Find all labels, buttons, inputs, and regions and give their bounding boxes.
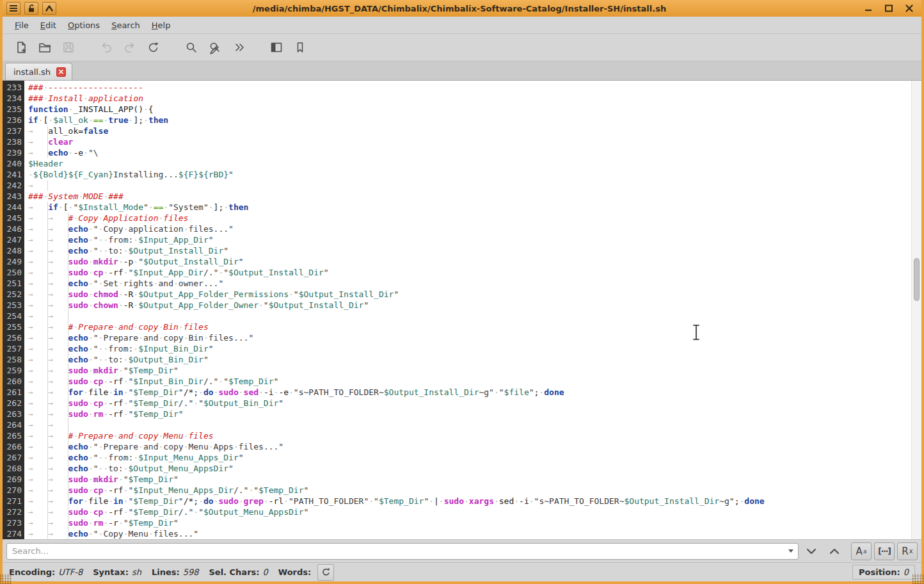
bookmark-icon[interactable]: [291, 38, 310, 57]
reload-icon[interactable]: [144, 38, 163, 57]
tab-whitespace-mark: →: [28, 234, 48, 245]
search-entry[interactable]: [6, 543, 799, 560]
redo-icon[interactable]: [120, 38, 139, 57]
code-line: 240$Header: [3, 158, 911, 169]
line-number: 259: [3, 365, 24, 376]
tab-whitespace-mark: →: [28, 354, 48, 365]
tab-whitespace-mark: →: [28, 365, 48, 376]
tab-whitespace-mark: →: [48, 278, 68, 289]
tab-whitespace-mark: →: [48, 485, 68, 496]
resize-grip-left[interactable]: [0, 574, 12, 584]
menu-options[interactable]: Options: [62, 18, 106, 33]
code-line: 237→all_ok=false: [3, 126, 911, 136]
undo-icon[interactable]: [97, 38, 116, 57]
tab-whitespace-mark: →: [28, 180, 48, 191]
resize-grip-right[interactable]: [912, 574, 924, 584]
line-number: 242: [3, 180, 24, 191]
menu-search[interactable]: Search: [106, 18, 146, 33]
tab-whitespace-mark: →: [28, 267, 48, 278]
line-number: 244: [3, 202, 24, 213]
toolbar: [3, 34, 921, 61]
line-number: 240: [3, 158, 24, 169]
tab-whitespace-mark: →: [48, 496, 68, 507]
minimize-icon[interactable]: [863, 3, 874, 14]
line-number: 256: [3, 332, 24, 343]
code-line: 250→→sudo·cp·-rf·"$Input_App_Dir/."·"$Ou…: [3, 267, 911, 278]
search-input[interactable]: [7, 546, 784, 556]
open-folder-icon[interactable]: [35, 38, 54, 57]
line-number: 268: [3, 463, 24, 474]
tab-whitespace-mark: →: [28, 528, 48, 539]
tab-whitespace-mark: →: [28, 332, 48, 343]
code-line: 256→→echo·"·Prepare·and·copy·Bin·files..…: [3, 332, 911, 343]
tab-whitespace-mark: →: [48, 387, 68, 398]
code-line: 270→→sudo·cp·-rf·"$Input_Menu_Apps_Dir/.…: [3, 485, 911, 496]
status-field: Encoding:UTF-8: [9, 567, 83, 577]
tab-whitespace-mark: →: [28, 376, 48, 387]
tab-whitespace-mark: →: [28, 245, 48, 256]
code-line: 272→→sudo·cp·-rf·"$Temp_Dir/."·"$Output_…: [3, 507, 911, 517]
word-count-refresh-icon[interactable]: [317, 564, 334, 581]
unlock-icon[interactable]: [24, 2, 38, 15]
line-number: 253: [3, 300, 24, 311]
status-bar: Encoding:UTF-8Syntax:shLines:598Sel. Cha…: [3, 562, 921, 581]
tab-whitespace-mark: →: [48, 343, 68, 354]
tab-whitespace-mark: →: [48, 289, 68, 300]
tab-install-sh[interactable]: install.sh ×: [5, 63, 72, 80]
tab-whitespace-mark: →: [48, 452, 68, 463]
tab-whitespace-mark: →: [28, 202, 48, 213]
menu-edit[interactable]: Edit: [35, 18, 62, 33]
vertical-scrollbar[interactable]: [911, 81, 921, 539]
menu-help[interactable]: Help: [146, 18, 177, 33]
search-history-dropdown-icon[interactable]: [784, 544, 798, 559]
find-next-icon[interactable]: [801, 542, 822, 560]
tab-whitespace-mark: →: [48, 332, 68, 343]
code-editor[interactable]: 233###·-------------------234###·Install…: [3, 81, 921, 539]
side-pane-icon[interactable]: [267, 38, 286, 57]
search-icon[interactable]: [182, 38, 201, 57]
code-line: 243###·System·MODE·###: [3, 191, 911, 202]
line-number: 249: [3, 256, 24, 267]
code-line: 234###·Install·application: [3, 93, 911, 104]
tab-whitespace-mark: →: [28, 321, 48, 332]
code-line: 235function·_INSTALL_APP()·{: [3, 104, 911, 115]
code-line: 259→→sudo·mkdir·"$Temp_Dir": [3, 365, 911, 376]
tab-whitespace-mark: →: [48, 474, 68, 485]
code-line: 271→→for·file·in·"$Temp_Dir"/*;·do·sudo·…: [3, 496, 911, 507]
tab-whitespace-mark: →: [48, 463, 68, 474]
tab-whitespace-mark: →: [48, 441, 68, 452]
line-number: 263: [3, 409, 24, 419]
whole-word-button[interactable]: [···]: [874, 542, 895, 560]
code-line: 251→→echo·"·Set·rights·and·owner...": [3, 278, 911, 289]
tab-label: install.sh: [13, 67, 51, 77]
caret-up-icon[interactable]: [42, 2, 56, 15]
scrollbar-thumb[interactable]: [914, 258, 920, 301]
code-line: 266→→echo·"·Prepare·and·copy·Menu·Apps·f…: [3, 441, 911, 452]
new-document-icon[interactable]: [12, 38, 31, 57]
code-line: 245→→#·Copy·Application·files: [3, 213, 911, 223]
match-case-button[interactable]: Aa: [851, 542, 872, 560]
tab-close-icon[interactable]: ×: [56, 67, 66, 77]
code-line: 246→→echo·"·Copy·application·files...": [3, 223, 911, 234]
regex-button[interactable]: Rx: [897, 542, 918, 560]
line-number: 248: [3, 245, 24, 256]
tab-whitespace-mark: →: [28, 474, 48, 485]
save-icon[interactable]: [59, 38, 78, 57]
line-number: 267: [3, 452, 24, 463]
search-replace-icon[interactable]: [205, 38, 225, 57]
hamburger-menu-icon[interactable]: [6, 2, 20, 15]
double-chevron-icon[interactable]: [229, 38, 248, 57]
close-icon[interactable]: [904, 3, 915, 14]
tab-whitespace-mark: →: [28, 409, 48, 419]
tab-whitespace-mark: →: [28, 507, 48, 517]
code-line: 247→→echo·"··from:·$Input_App_Dir": [3, 234, 911, 245]
line-number: 239: [3, 147, 24, 158]
line-number: 266: [3, 441, 24, 452]
code-line: 265→→#·Prepare·and·copy·Menu·files: [3, 430, 911, 441]
find-previous-icon[interactable]: [824, 542, 845, 560]
maximize-icon[interactable]: [883, 3, 895, 14]
tab-whitespace-mark: →: [48, 213, 68, 223]
status-fields: Encoding:UTF-8Syntax:shLines:598Sel. Cha…: [9, 567, 321, 577]
line-number: 251: [3, 278, 24, 289]
menu-file[interactable]: File: [9, 18, 35, 33]
